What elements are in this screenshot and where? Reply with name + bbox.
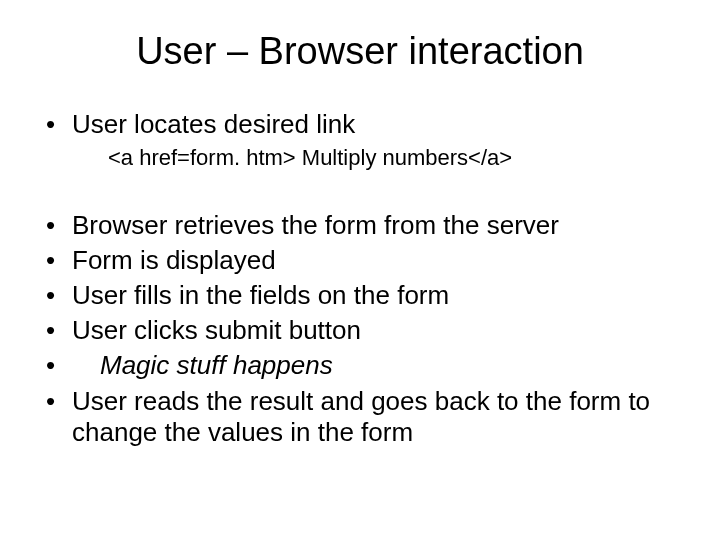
bullet-list: User locates desired link <a href=form. … bbox=[40, 109, 680, 172]
bullet-text: Browser retrieves the form from the serv… bbox=[72, 210, 559, 240]
slide-title: User – Browser interaction bbox=[40, 30, 680, 73]
bullet-text: User locates desired link bbox=[72, 109, 355, 139]
bullet-item: Browser retrieves the form from the serv… bbox=[40, 210, 680, 241]
bullet-text: Form is displayed bbox=[72, 245, 276, 275]
bullet-subtext: <a href=form. htm> Multiply numbers</a> bbox=[108, 144, 680, 172]
bullet-item: Magic stuff happens bbox=[40, 350, 680, 381]
spacer bbox=[40, 176, 680, 210]
bullet-item: User locates desired link <a href=form. … bbox=[40, 109, 680, 172]
bullet-item: User clicks submit button bbox=[40, 315, 680, 346]
bullet-item: User fills in the fields on the form bbox=[40, 280, 680, 311]
bullet-text-italic: Magic stuff happens bbox=[72, 350, 333, 380]
bullet-text: User fills in the fields on the form bbox=[72, 280, 449, 310]
bullet-text: User clicks submit button bbox=[72, 315, 361, 345]
bullet-item: Form is displayed bbox=[40, 245, 680, 276]
slide: User – Browser interaction User locates … bbox=[0, 0, 720, 540]
bullet-text: User reads the result and goes back to t… bbox=[72, 386, 650, 447]
bullet-item: User reads the result and goes back to t… bbox=[40, 386, 680, 448]
bullet-list: Browser retrieves the form from the serv… bbox=[40, 210, 680, 448]
